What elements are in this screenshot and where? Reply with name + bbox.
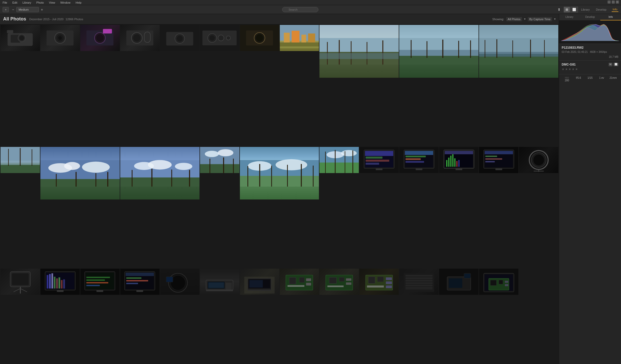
upload-icon[interactable]: ⬆ — [556, 7, 562, 12]
menu-window[interactable]: Window — [60, 1, 71, 4]
table-row[interactable] — [240, 147, 319, 200]
table-row[interactable] — [319, 147, 359, 173]
svg-rect-226 — [490, 280, 496, 286]
table-row[interactable] — [40, 269, 80, 295]
loupe-view-button[interactable]: ⬜ — [570, 7, 578, 12]
svg-rect-227 — [499, 280, 503, 284]
showing-all-photos[interactable]: All Photos — [506, 17, 522, 21]
table-row[interactable] — [280, 25, 319, 51]
search-input[interactable] — [282, 7, 318, 12]
table-row[interactable] — [160, 25, 199, 51]
svg-rect-128 — [452, 154, 453, 167]
menu-edit[interactable]: Edit — [12, 1, 18, 4]
svg-rect-12 — [103, 29, 112, 33]
svg-rect-210 — [405, 275, 432, 276]
svg-rect-214 — [405, 282, 432, 283]
showing-label: Showing: — [492, 18, 504, 21]
size-selector[interactable]: Medium Small Large Extra Large — [16, 7, 39, 12]
svg-rect-206 — [386, 281, 392, 284]
table-row[interactable] — [359, 147, 399, 173]
table-row[interactable] — [479, 269, 518, 295]
tab-info[interactable]: Info — [612, 7, 618, 12]
svg-rect-154 — [51, 273, 53, 289]
star-3[interactable]: ★ — [568, 67, 571, 71]
table-row[interactable] — [80, 269, 120, 295]
table-row[interactable] — [240, 269, 279, 295]
table-row[interactable] — [519, 147, 558, 173]
menu-file[interactable]: File — [2, 1, 8, 4]
table-row[interactable] — [80, 25, 120, 51]
tab-library[interactable]: Library — [559, 14, 580, 20]
table-row[interactable] — [200, 269, 239, 295]
star-2[interactable]: ★ — [565, 67, 568, 71]
svg-rect-163 — [87, 277, 110, 278]
table-row[interactable] — [200, 147, 239, 173]
histogram-chart — [561, 23, 619, 41]
exif-iso: ISO 200 — [562, 76, 572, 82]
table-row[interactable] — [399, 269, 439, 295]
svg-rect-158 — [61, 280, 62, 289]
star-1[interactable]: ★ — [562, 67, 565, 71]
table-row[interactable] — [120, 269, 160, 295]
table-row[interactable] — [1, 269, 40, 295]
grid-view-button[interactable]: ⊞ — [564, 7, 570, 12]
svg-rect-139 — [495, 168, 502, 170]
star-4[interactable]: ★ — [572, 67, 575, 71]
table-row[interactable] — [1, 147, 40, 173]
tab-library[interactable]: Library — [580, 8, 591, 12]
close-button[interactable]: ✕ — [616, 1, 619, 4]
menu-view[interactable]: View — [48, 1, 56, 4]
tab-info[interactable]: Info — [600, 14, 621, 20]
table-row[interactable] — [479, 147, 518, 173]
grid-date-range: Dezember 2015 - Juli 2020 — [29, 18, 63, 21]
table-row[interactable] — [479, 25, 558, 78]
table-row[interactable] — [120, 147, 199, 200]
svg-rect-215 — [405, 283, 432, 284]
menu-help[interactable]: Help — [75, 1, 82, 4]
svg-rect-165 — [87, 282, 109, 283]
star-5[interactable]: ★ — [575, 67, 578, 71]
minimize-button[interactable]: ─ — [608, 1, 611, 4]
svg-rect-111 — [366, 156, 382, 159]
table-row[interactable] — [40, 147, 120, 200]
zoom-in-button[interactable]: + — [40, 7, 44, 12]
sort-value[interactable]: By Capture Time — [528, 17, 552, 21]
table-row[interactable] — [160, 269, 199, 295]
camera-badge-2: ⬜ — [613, 63, 618, 66]
svg-rect-220 — [449, 279, 462, 288]
svg-rect-199 — [346, 279, 351, 281]
svg-point-8 — [58, 36, 62, 40]
svg-rect-173 — [126, 283, 138, 284]
table-row[interactable] — [319, 25, 399, 78]
file-size: 18,7 MB — [609, 55, 618, 58]
svg-point-85 — [218, 149, 233, 156]
svg-rect-200 — [346, 282, 351, 285]
table-row[interactable] — [40, 25, 80, 51]
menu-library[interactable]: Library — [22, 1, 32, 4]
table-row[interactable] — [319, 269, 359, 295]
table-row[interactable] — [399, 147, 439, 173]
table-row[interactable] — [359, 269, 399, 295]
tab-develop[interactable]: Develop — [595, 8, 607, 12]
table-row[interactable] — [439, 269, 479, 295]
svg-rect-120 — [405, 161, 424, 163]
svg-point-3 — [19, 35, 24, 40]
table-row[interactable] — [240, 25, 279, 51]
svg-rect-155 — [54, 277, 55, 289]
right-panel: Library Develop Info P1210833.RW2 03 Feb — [559, 14, 621, 364]
table-row[interactable] — [1, 25, 40, 51]
table-row[interactable] — [439, 147, 479, 173]
tab-develop[interactable]: Develop — [580, 14, 601, 20]
table-row[interactable] — [399, 25, 479, 78]
add-button[interactable]: + — [3, 7, 9, 12]
menu-photo[interactable]: Photo — [36, 1, 44, 4]
exif-focal: 21mm — [608, 76, 618, 82]
table-row[interactable] — [280, 269, 319, 295]
zoom-out-button[interactable]: − — [11, 7, 15, 12]
table-row[interactable] — [120, 25, 160, 51]
table-row[interactable] — [200, 25, 239, 51]
svg-point-92 — [275, 159, 307, 170]
maximize-button[interactable]: □ — [612, 1, 615, 4]
svg-rect-208 — [367, 286, 384, 288]
svg-point-23 — [218, 35, 224, 41]
